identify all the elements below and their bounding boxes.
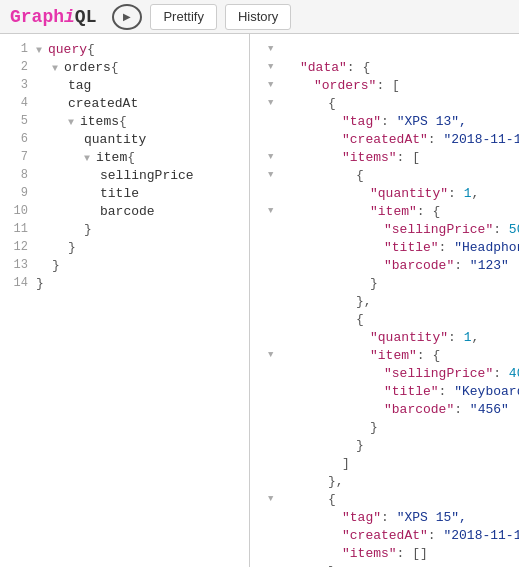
query-code-area[interactable]: 1query{2orders{3tag4createdAt5items{6qua… (0, 34, 249, 567)
collapse-arrow-icon[interactable] (84, 153, 96, 164)
query-line: 11} (0, 222, 249, 240)
response-line: "sellingPrice": 50, (268, 222, 519, 240)
json-punct: : (428, 132, 444, 147)
response-line: "title": "Keyboard", (268, 384, 519, 402)
collapse-arrow-icon[interactable]: ▼ (268, 78, 286, 90)
line-content: } (36, 258, 245, 273)
json-key: "sellingPrice" (384, 366, 493, 381)
response-line: ] (268, 456, 519, 474)
line-content: quantity (36, 132, 245, 147)
json-value: : { (347, 60, 370, 75)
json-value: : [] (397, 546, 428, 561)
token-field: orders (64, 60, 111, 75)
line-number: 4 (4, 96, 28, 110)
logo-i: i (64, 7, 75, 27)
json-value: : { (417, 348, 440, 363)
response-line: ▼"item": { (268, 348, 519, 366)
json-key: "tag" (342, 510, 381, 525)
main-content: 1query{2orders{3tag4createdAt5items{6qua… (0, 34, 519, 567)
response-line: "tag": "XPS 13", (268, 114, 519, 132)
collapse-arrow-icon[interactable] (36, 45, 48, 56)
json-key: }, (356, 294, 372, 309)
json-comma: , (471, 186, 479, 201)
response-panel: ▼▼"data": {▼"orders": [▼{"tag": "XPS 13"… (250, 34, 519, 567)
r-line-content: } (286, 276, 378, 291)
token-field: item (96, 150, 127, 165)
collapse-arrow-icon[interactable]: ▼ (268, 42, 286, 54)
json-value: : { (417, 204, 440, 219)
json-key: "quantity" (370, 186, 448, 201)
json-key: "tag" (342, 114, 381, 129)
r-line-content: { (286, 312, 364, 327)
r-line-content: "barcode": "123" (286, 258, 509, 273)
line-number: 6 (4, 132, 28, 146)
response-line: "title": "Headphone", (268, 240, 519, 258)
collapse-arrow-icon[interactable]: ▼ (268, 168, 286, 180)
json-string: "XPS 13", (397, 114, 467, 129)
token-brace: } (68, 240, 76, 255)
token-brace: { (111, 60, 119, 75)
json-key: "title" (384, 240, 439, 255)
json-key: { (328, 492, 336, 507)
json-string: "XPS 15", (397, 510, 467, 525)
json-string: "2018-11-11", (443, 528, 519, 543)
response-line: } (268, 420, 519, 438)
line-number: 5 (4, 114, 28, 128)
response-line: }, (268, 294, 519, 312)
token-field: quantity (84, 132, 146, 147)
collapse-arrow-icon[interactable]: ▼ (268, 348, 286, 360)
line-number: 13 (4, 258, 28, 272)
json-key: "barcode" (384, 258, 454, 273)
history-button[interactable]: History (225, 4, 291, 30)
query-line: 12} (0, 240, 249, 258)
r-line-content: "orders": [ (286, 78, 400, 93)
line-number: 10 (4, 204, 28, 218)
line-content: query{ (36, 42, 245, 57)
line-content: } (36, 240, 245, 255)
json-key: "createdAt" (342, 528, 428, 543)
r-line-content: { (286, 492, 336, 507)
json-value: : [ (397, 150, 420, 165)
logo-ql: QL (75, 7, 97, 27)
response-line: }, (268, 474, 519, 492)
r-line-content: "createdAt": "2018-11-11", (286, 132, 519, 147)
collapse-arrow-icon[interactable]: ▼ (268, 204, 286, 216)
query-line: 13} (0, 258, 249, 276)
json-number: 40 (509, 366, 519, 381)
collapse-arrow-icon[interactable]: ▼ (268, 150, 286, 162)
line-number: 1 (4, 42, 28, 56)
json-key: "items" (342, 150, 397, 165)
collapse-arrow-icon[interactable] (68, 117, 80, 128)
json-colon: : (493, 366, 509, 381)
r-line-content: }, (286, 474, 344, 489)
collapse-arrow-icon[interactable]: ▼ (268, 96, 286, 108)
collapse-arrow-icon[interactable]: ▼ (268, 492, 286, 504)
response-line: ▼ (268, 42, 519, 60)
line-content: } (36, 276, 245, 291)
line-number: 2 (4, 60, 28, 74)
collapse-arrow-icon[interactable]: ▼ (268, 60, 286, 72)
query-editor[interactable]: 1query{2orders{3tag4createdAt5items{6qua… (0, 34, 250, 567)
json-key: { (356, 168, 364, 183)
json-punct: : (439, 384, 455, 399)
response-line: ▼"data": { (268, 60, 519, 78)
response-line: { (268, 312, 519, 330)
response-line: "quantity": 1, (268, 330, 519, 348)
collapse-arrow-icon[interactable] (52, 63, 64, 74)
json-punct: : (381, 510, 397, 525)
token-field: createdAt (68, 96, 138, 111)
json-comma: , (471, 330, 479, 345)
response-line: ▼"items": [ (268, 150, 519, 168)
play-button[interactable]: ▶ (112, 4, 142, 30)
json-key: "item" (370, 348, 417, 363)
json-colon: : (448, 186, 464, 201)
json-punct: : (381, 114, 397, 129)
line-content: tag (36, 78, 245, 93)
r-line-content: "items": [] (286, 546, 428, 561)
response-line: "sellingPrice": 40, (268, 366, 519, 384)
r-line-content: "data": { (286, 60, 370, 75)
prettify-button[interactable]: Prettify (150, 4, 216, 30)
json-colon: : (448, 330, 464, 345)
json-key: "title" (384, 384, 439, 399)
line-number: 12 (4, 240, 28, 254)
